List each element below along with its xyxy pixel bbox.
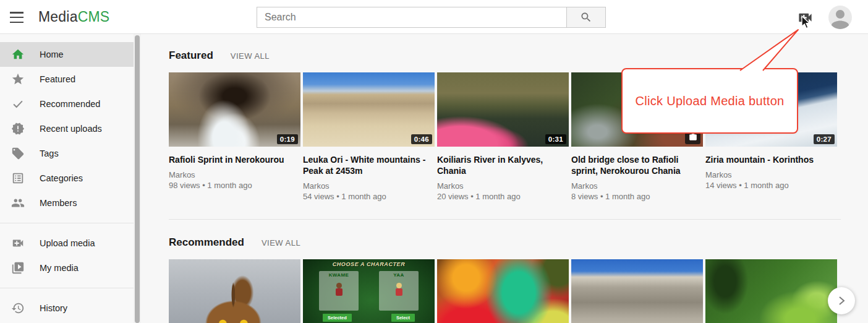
logo-cms: CMS <box>78 9 110 25</box>
media-author: Markos <box>303 181 435 191</box>
media-card[interactable]: 0:19Rafioli Sprint in NerokourouMarkos98… <box>169 72 300 202</box>
duration-badge: 0:31 <box>545 134 566 144</box>
menu-icon[interactable] <box>10 12 23 23</box>
camera-icon <box>689 133 697 142</box>
video_library-icon <box>11 261 25 275</box>
media-thumbnail[interactable] <box>169 259 300 323</box>
media-card[interactable]: 0:46Leuka Ori - White mountains - Peak a… <box>303 72 435 202</box>
sidebar-item-categories[interactable]: Categories <box>0 166 134 191</box>
sidebar-item-recent-uploads[interactable]: Recent uploads <box>0 116 134 141</box>
media-card[interactable] <box>169 259 300 323</box>
game-thumb-panel-left: KWAME <box>319 271 359 311</box>
tag-icon <box>11 147 25 160</box>
sidebar-item-label: My media <box>40 263 79 273</box>
media-meta: 20 views • 1 month ago <box>437 191 569 202</box>
section-title-featured: Featured <box>169 50 213 62</box>
view-all-featured-link[interactable]: VIEW ALL <box>231 51 270 61</box>
sidebar-item-tags[interactable]: Tags <box>0 141 134 166</box>
section-recommended: Recommended VIEW ALL CHOOSE A CHARACTERK… <box>169 220 868 323</box>
sidebar-item-label: Categories <box>40 173 83 183</box>
game-thumb-button-select: Select <box>391 314 415 322</box>
annotation-tooltip: Click Upload Media button <box>621 68 798 134</box>
duration-badge: 0:46 <box>411 134 432 144</box>
sidebar-item-featured[interactable]: Featured <box>0 67 134 92</box>
categories-icon <box>11 171 25 185</box>
sidebar-divider <box>0 223 134 223</box>
mouse-cursor-icon <box>801 15 813 29</box>
media-thumbnail[interactable]: CHOOSE A CHARACTERKWAMEYAASelectedSelect <box>303 259 435 323</box>
game-thumb-button-selected: Selected <box>323 314 352 322</box>
sidebar-item-label: Recommended <box>40 99 100 109</box>
media-author: Markos <box>169 170 300 180</box>
media-title: Leuka Ori - White mountains - Peak at 24… <box>303 154 435 176</box>
search-bar <box>257 7 606 28</box>
sidebar-item-label: Recent uploads <box>40 124 102 134</box>
game-thumb-panel-right: YAA <box>379 271 419 311</box>
video_call-icon <box>11 236 25 250</box>
user-avatar[interactable] <box>828 6 852 29</box>
sidebar-item-my-media[interactable]: My media <box>0 256 134 280</box>
section-title-recommended: Recommended <box>169 236 244 249</box>
search-input[interactable] <box>257 7 567 28</box>
sidebar-item-home[interactable]: Home <box>0 42 134 67</box>
chevron-right-icon <box>835 294 848 308</box>
duration-badge: 0:27 <box>814 134 835 144</box>
annotation-arrow <box>736 25 804 74</box>
logo-media: Media <box>38 9 78 25</box>
search-button[interactable] <box>567 7 606 28</box>
sidebar-item-label: History <box>40 303 67 313</box>
media-card[interactable] <box>571 259 703 323</box>
view-all-recommended-link[interactable]: VIEW ALL <box>262 238 300 248</box>
person-icon <box>828 6 852 29</box>
game-thumb-heading: CHOOSE A CHARACTER <box>303 261 435 267</box>
sidebar-item-history[interactable]: History <box>0 296 134 321</box>
media-meta: 8 views • 1 month ago <box>571 191 703 202</box>
sidebar-item-label: Home <box>40 50 64 59</box>
sidebar-item-label: Featured <box>40 74 75 84</box>
sidebar-item-label: Members <box>40 198 77 208</box>
sidebar: HomeFeaturedRecommendedRecent uploadsTag… <box>0 34 134 323</box>
media-author: Markos <box>705 170 837 180</box>
app-logo[interactable]: MediaCMS <box>38 9 109 25</box>
media-thumbnail[interactable] <box>705 259 837 323</box>
media-card[interactable] <box>437 259 569 323</box>
media-thumbnail[interactable]: 0:46 <box>303 72 435 147</box>
media-card[interactable]: CHOOSE A CHARACTERKWAMEYAASelectedSelect <box>303 259 435 323</box>
search-icon <box>580 11 592 24</box>
media-author: Markos <box>437 181 569 191</box>
annotation-tooltip-text: Click Upload Media button <box>636 94 785 108</box>
members-icon <box>11 196 25 210</box>
sidebar-item-members[interactable]: Members <box>0 191 134 215</box>
sidebar-item-label: Upload media <box>40 238 95 248</box>
media-card[interactable] <box>705 259 837 323</box>
new_releases-icon <box>11 122 25 136</box>
sidebar-item-label: Tags <box>40 149 59 158</box>
sidebar-item-upload-media[interactable]: Upload media <box>0 231 134 256</box>
media-meta: 98 views • 1 month ago <box>169 180 300 191</box>
duration-badge: 0:19 <box>277 134 298 144</box>
media-thumbnail[interactable]: 0:19 <box>169 72 300 147</box>
media-author: Markos <box>571 181 703 191</box>
media-thumbnail[interactable] <box>437 259 569 323</box>
game-thumb-name-left: KWAME <box>319 271 359 278</box>
star-icon <box>11 72 25 86</box>
media-meta: 14 views • 1 month ago <box>705 180 837 191</box>
carousel-next-button[interactable] <box>828 287 855 314</box>
history-icon <box>11 301 25 315</box>
check-icon <box>11 97 25 111</box>
home-icon <box>11 48 25 61</box>
game-thumb-name-right: YAA <box>379 271 419 278</box>
media-title: Ziria mountain - Korinthos <box>705 154 837 165</box>
media-title: Rafioli Sprint in Nerokourou <box>169 154 300 165</box>
sidebar-divider <box>0 288 134 288</box>
sidebar-scrollbar-thumb[interactable] <box>135 35 140 323</box>
media-thumbnail[interactable]: 0:31 <box>437 72 569 147</box>
media-thumbnail[interactable] <box>571 259 703 323</box>
media-meta: 54 views • 1 month ago <box>303 191 435 202</box>
media-card[interactable]: 0:31Koiliaris River in Kalyves, ChaniaMa… <box>437 72 569 202</box>
sidebar-item-recommended[interactable]: Recommended <box>0 92 134 116</box>
media-title: Koiliaris River in Kalyves, Chania <box>437 154 569 176</box>
media-title: Old bridge close to Rafioli sprint, Nero… <box>571 154 703 176</box>
